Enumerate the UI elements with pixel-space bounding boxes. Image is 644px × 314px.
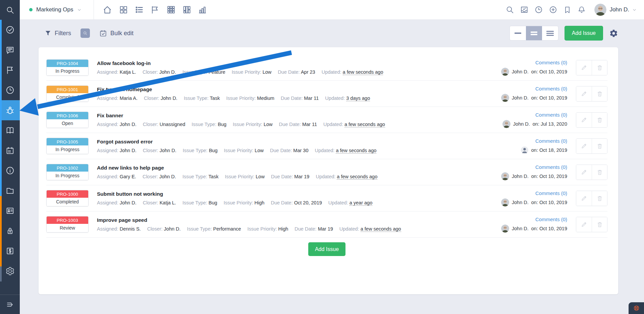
density-medium-button[interactable] (526, 26, 542, 40)
sidebar-item-projects[interactable] (0, 60, 20, 80)
updated-value[interactable]: a few seconds ago (336, 148, 376, 153)
edit-button[interactable] (576, 217, 592, 232)
plus-circle-icon[interactable] (549, 5, 557, 14)
issue-main: Improve page speed Assigned: Dennis S. C… (89, 217, 406, 232)
bar-chart-icon[interactable] (198, 5, 207, 14)
density-toggle (509, 26, 558, 41)
sidebar-item-knowledge[interactable] (0, 120, 20, 140)
bulk-edit-button[interactable]: Bulk edit (99, 29, 133, 37)
density-compact-button[interactable] (510, 26, 526, 40)
edit-button[interactable] (576, 113, 592, 127)
edit-button[interactable] (576, 60, 592, 75)
updated-value[interactable]: a year ago (350, 200, 373, 206)
issue-actions (576, 217, 607, 232)
issue-badge[interactable]: PRO-1005 In Progress (46, 138, 89, 154)
sidebar-item-contacts[interactable] (0, 201, 20, 221)
sidebar-search-icon[interactable] (0, 0, 20, 20)
dashboard-grid-icon[interactable] (119, 5, 128, 14)
comments-link[interactable]: Comments (0) (535, 86, 567, 91)
delete-button[interactable] (592, 217, 607, 232)
issue-priority-label: Issue Priority: (225, 174, 254, 179)
edit-button[interactable] (576, 139, 592, 153)
comments-link[interactable]: Comments (0) (535, 164, 567, 170)
delete-button[interactable] (592, 165, 607, 180)
comments-link[interactable]: Comments (0) (535, 112, 567, 118)
updated-value[interactable]: 3 days ago (346, 96, 370, 101)
sidebar-item-time[interactable] (0, 80, 20, 100)
issue-title[interactable]: Add new links to help page (97, 165, 382, 171)
comments-link[interactable]: Comments (0) (535, 216, 567, 222)
sidebar-item-calendar[interactable] (0, 140, 20, 161)
sidebar-item-finance[interactable] (0, 241, 20, 261)
kanban-icon[interactable] (182, 5, 192, 14)
created-on: on: Oct 10, 2019 (531, 95, 567, 101)
issue-badge[interactable]: PRO-1003 Review (46, 216, 89, 233)
delete-button[interactable] (592, 191, 607, 206)
issue-badge[interactable]: PRO-1006 Open (46, 112, 89, 128)
updated-value[interactable]: a few seconds ago (344, 122, 385, 127)
due-date-value: Mar 19 (318, 226, 333, 232)
add-issue-button[interactable]: Add Issue (565, 26, 603, 41)
updated-value[interactable]: a few seconds ago (361, 226, 401, 232)
author-line: John D. on: Oct 10, 2019 (501, 225, 567, 233)
updated-value[interactable]: a few seconds ago (337, 174, 377, 180)
pencil-icon (581, 195, 587, 202)
toolbar-right: Add Issue (509, 26, 618, 41)
sidebar-item-info[interactable] (0, 161, 20, 181)
sidebar-item-tasks[interactable] (0, 20, 20, 40)
add-issue-button-bottom[interactable]: Add Issue (308, 242, 345, 256)
list-toolbar: Filters Bulk edit Add Issue (20, 20, 644, 47)
comments-link[interactable]: Comments (0) (535, 60, 567, 65)
issue-title[interactable]: Forgot password error (97, 139, 381, 145)
sidebar-item-settings[interactable] (0, 261, 20, 281)
issue-title[interactable]: Fix banner (97, 113, 390, 119)
flag-icon[interactable] (150, 5, 160, 15)
issue-badge[interactable]: PRO-1004 In Progress (46, 59, 89, 76)
author-name: John D. (512, 200, 529, 205)
search-icon[interactable] (505, 5, 514, 14)
edit-button[interactable] (576, 165, 592, 180)
saved-search-button[interactable] (80, 28, 90, 38)
author-line: on: Oct 18, 2019 (521, 146, 567, 154)
list-settings-gear-icon[interactable] (609, 29, 618, 38)
issue-title[interactable]: Fix typo on homepage (97, 86, 375, 92)
footer-add-issue: Add Issue (46, 238, 607, 256)
issue-badge[interactable]: PRO-1001 Completed (46, 85, 89, 102)
workspace-selector[interactable]: Marketing Ops (20, 6, 94, 13)
inbox-check-icon[interactable] (520, 5, 529, 14)
assigned-value: John D. (120, 122, 137, 127)
user-menu[interactable]: John D. (594, 4, 637, 16)
issue-title[interactable]: Improve page speed (97, 217, 406, 223)
grid-icon[interactable] (166, 5, 176, 14)
bell-icon[interactable] (577, 5, 586, 14)
edit-button[interactable] (576, 86, 592, 101)
filters-label: Filters (55, 30, 71, 37)
issue-title[interactable]: Allow facebook log-in (97, 60, 388, 66)
issue-badge[interactable]: PRO-1000 Completed (46, 190, 89, 206)
sidebar-item-files[interactable] (0, 181, 20, 201)
sidebar-item-security[interactable] (0, 221, 20, 241)
density-full-button[interactable] (542, 26, 558, 40)
issue-priority-label: Issue Priority: (248, 226, 277, 232)
sidebar-item-issues[interactable] (0, 100, 20, 120)
updated-value[interactable]: a few seconds ago (343, 69, 383, 75)
delete-button[interactable] (592, 60, 607, 75)
sidebar-progress-strip (0, 20, 2, 281)
delete-button[interactable] (592, 139, 607, 153)
help-widget-tab[interactable] (629, 302, 644, 314)
comments-link[interactable]: Comments (0) (535, 138, 567, 144)
delete-button[interactable] (592, 86, 607, 101)
issue-title[interactable]: Submit button not working (97, 191, 377, 197)
history-icon[interactable] (534, 5, 543, 14)
issue-badge[interactable]: PRO-1002 In Progress (46, 164, 89, 180)
sidebar-collapse-button[interactable] (0, 295, 20, 314)
issue-type-label: Issue Type: (184, 96, 209, 101)
list-icon[interactable] (135, 5, 144, 14)
home-icon[interactable] (102, 5, 112, 15)
delete-button[interactable] (592, 113, 607, 127)
sidebar-item-messages[interactable] (0, 40, 20, 60)
comments-link[interactable]: Comments (0) (535, 190, 567, 196)
bookmark-icon[interactable] (563, 6, 572, 14)
edit-button[interactable] (576, 191, 592, 206)
filters-button[interactable]: Filters (45, 30, 71, 37)
